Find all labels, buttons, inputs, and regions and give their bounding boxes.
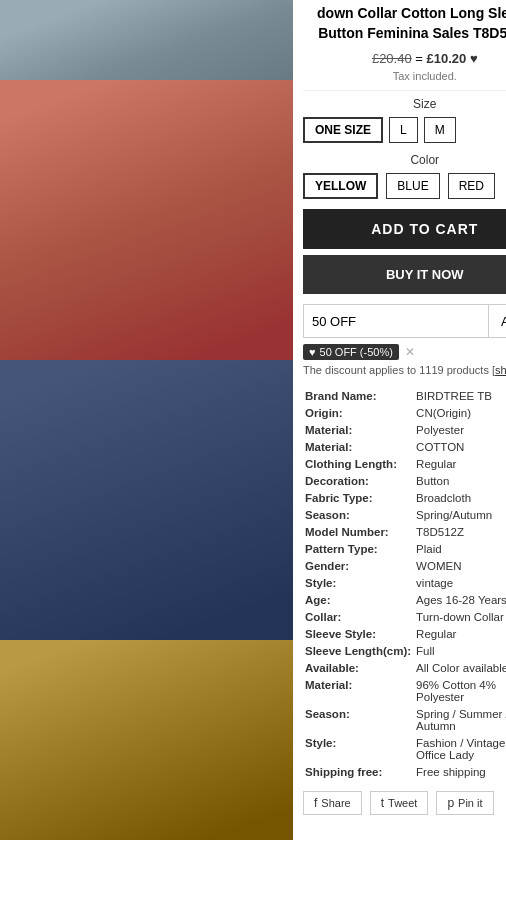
social-row: f Share t Tweet p Pin it <box>303 791 506 815</box>
spec-key: Shipping free: <box>305 764 414 779</box>
price-row: £20.40 = £10.20 ♥ <box>303 51 506 66</box>
size-btn-m[interactable]: M <box>424 117 456 143</box>
original-price: £20.40 <box>372 51 412 66</box>
discount-applies-text: The discount applies to 1119 products [s… <box>303 364 506 376</box>
spec-key: Style: <box>305 735 414 762</box>
spec-row: Brand Name:BIRDTREE TB <box>305 388 506 403</box>
spec-row: Season:Spring/Autumn <box>305 507 506 522</box>
buy-now-button[interactable]: BUY IT NOW <box>303 255 506 294</box>
spec-value: CN(Origin) <box>416 405 506 420</box>
divider-1 <box>303 90 506 91</box>
spec-value: T8D512Z <box>416 524 506 539</box>
sale-price: £10.20 <box>427 51 467 66</box>
spec-key: Model Number: <box>305 524 414 539</box>
spec-value: Free shipping <box>416 764 506 779</box>
spec-key: Age: <box>305 592 414 607</box>
product-image-3 <box>0 360 293 640</box>
product-details: down Collar Cotton Long Sleeve Button Fe… <box>293 0 506 840</box>
spec-value: Regular <box>416 626 506 641</box>
spec-value: Fashion / Vintage / Office Lady <box>416 735 506 762</box>
size-btn-l[interactable]: L <box>389 117 418 143</box>
color-btn-red[interactable]: RED <box>448 173 495 199</box>
spec-table: Brand Name:BIRDTREE TBOrigin:CN(Origin)M… <box>303 386 506 781</box>
spec-row: Sleeve Style:Regular <box>305 626 506 641</box>
spec-key: Style: <box>305 575 414 590</box>
show-link[interactable]: show <box>495 364 506 376</box>
spec-row: Material:96% Cotton 4% Polyester <box>305 677 506 704</box>
spec-key: Decoration: <box>305 473 414 488</box>
spec-value: Spring/Autumn <box>416 507 506 522</box>
coupon-row: Apply <box>303 304 506 338</box>
spec-value: COTTON <box>416 439 506 454</box>
spec-key: Sleeve Style: <box>305 626 414 641</box>
color-options: YELLOW BLUE RED <box>303 173 506 199</box>
spec-key: Pattern Type: <box>305 541 414 556</box>
spec-value: Full <box>416 643 506 658</box>
spec-value: Spring / Summer / Autumn <box>416 706 506 733</box>
spec-row: Style:vintage <box>305 575 506 590</box>
spec-key: Origin: <box>305 405 414 420</box>
spec-key: Season: <box>305 507 414 522</box>
spec-row: Model Number:T8D512Z <box>305 524 506 539</box>
product-image-2 <box>0 80 293 360</box>
spec-key: Available: <box>305 660 414 675</box>
color-label: Color <box>303 153 506 167</box>
spec-row: Material:Polyester <box>305 422 506 437</box>
spec-value: Polyester <box>416 422 506 437</box>
spec-value: All Color available <box>416 660 506 675</box>
spec-row: Decoration:Button <box>305 473 506 488</box>
spec-value: Plaid <box>416 541 506 556</box>
spec-row: Clothing Length:Regular <box>305 456 506 471</box>
tweet-label: Tweet <box>388 797 417 809</box>
spec-key: Gender: <box>305 558 414 573</box>
size-btn-one-size[interactable]: ONE SIZE <box>303 117 383 143</box>
spec-key: Material: <box>305 677 414 704</box>
spec-key: Fabric Type: <box>305 490 414 505</box>
spec-row: Fabric Type:Broadcloth <box>305 490 506 505</box>
spec-key: Collar: <box>305 609 414 624</box>
facebook-icon: f <box>314 796 317 810</box>
twitter-icon: t <box>381 796 384 810</box>
spec-value: 96% Cotton 4% Polyester <box>416 677 506 704</box>
pin-button[interactable]: p Pin it <box>436 791 493 815</box>
heart-icon: ♥ <box>470 51 478 66</box>
spec-value: Regular <box>416 456 506 471</box>
product-images <box>0 0 293 840</box>
spec-row: Gender:WOMEN <box>305 558 506 573</box>
spec-row: Pattern Type:Plaid <box>305 541 506 556</box>
spec-row: Age:Ages 16-28 Years Old <box>305 592 506 607</box>
price-separator: = <box>415 51 426 66</box>
spec-key: Sleeve Length(cm): <box>305 643 414 658</box>
spec-key: Season: <box>305 706 414 733</box>
spec-value: Button <box>416 473 506 488</box>
color-btn-yellow[interactable]: YELLOW <box>303 173 378 199</box>
tag-heart-icon: ♥ <box>309 346 316 358</box>
spec-row: Season:Spring / Summer / Autumn <box>305 706 506 733</box>
spec-key: Material: <box>305 439 414 454</box>
pinterest-icon: p <box>447 796 454 810</box>
color-btn-blue[interactable]: BLUE <box>386 173 439 199</box>
spec-value: Broadcloth <box>416 490 506 505</box>
spec-key: Clothing Length: <box>305 456 414 471</box>
spec-row: Style:Fashion / Vintage / Office Lady <box>305 735 506 762</box>
spec-value: vintage <box>416 575 506 590</box>
pin-label: Pin it <box>458 797 482 809</box>
discount-close-icon[interactable]: ✕ <box>405 345 415 359</box>
coupon-input[interactable] <box>303 304 489 338</box>
size-label: Size <box>303 97 506 111</box>
apply-button[interactable]: Apply <box>489 304 506 338</box>
spec-key: Material: <box>305 422 414 437</box>
spec-value: Turn-down Collar <box>416 609 506 624</box>
spec-value: Ages 16-28 Years Old <box>416 592 506 607</box>
share-button[interactable]: f Share <box>303 791 362 815</box>
spec-row: Available:All Color available <box>305 660 506 675</box>
add-to-cart-button[interactable]: ADD TO CART <box>303 209 506 249</box>
spec-key: Brand Name: <box>305 388 414 403</box>
tweet-button[interactable]: t Tweet <box>370 791 429 815</box>
discount-badge: ♥ 50 OFF (-50%) <box>303 344 399 360</box>
product-image-4 <box>0 640 293 840</box>
spec-row: Collar:Turn-down Collar <box>305 609 506 624</box>
discount-badge-text: 50 OFF (-50%) <box>320 346 393 358</box>
product-image-1 <box>0 0 293 80</box>
spec-value: BIRDTREE TB <box>416 388 506 403</box>
